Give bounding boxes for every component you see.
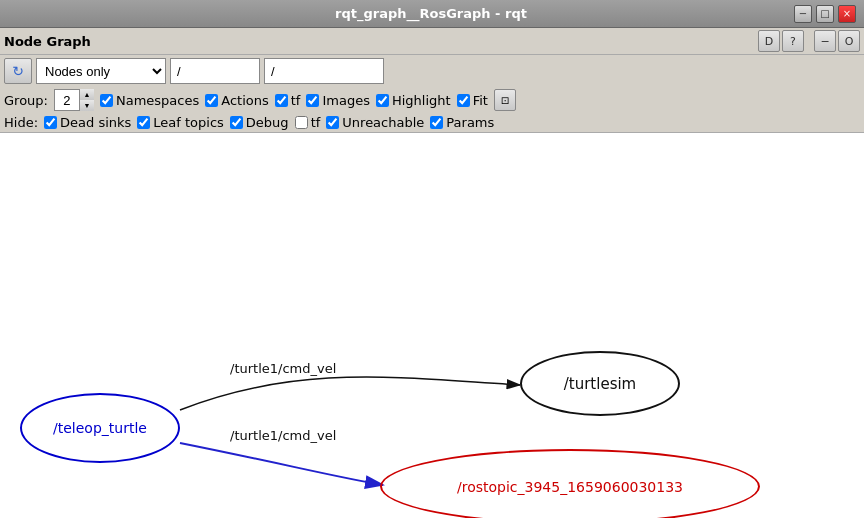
tf-hide-checkbox[interactable]: [295, 116, 308, 129]
tf-checkbox[interactable]: [275, 94, 288, 107]
highlight-checkbox[interactable]: [376, 94, 389, 107]
edge-teleop-rostopic: [180, 443, 383, 485]
unreachable-label: Unreachable: [342, 115, 424, 130]
menu-right-buttons: D ? − O: [758, 30, 860, 52]
debug-label: Debug: [246, 115, 289, 130]
node-teleop-turtle-label: /teleop_turtle: [53, 420, 147, 436]
node-turtlesim-label: /turtlesim: [564, 375, 636, 393]
unreachable-checkbox[interactable]: [326, 116, 339, 129]
group-spinbox-input[interactable]: [55, 93, 79, 108]
maximize-button[interactable]: □: [816, 5, 834, 23]
toolbar-row3: Hide: Dead sinks Leaf topics Debug tf Un…: [0, 113, 864, 133]
fit-checkbox[interactable]: [457, 94, 470, 107]
dead-sinks-checkbox[interactable]: [44, 116, 57, 129]
fit-checkbox-group: Fit: [457, 93, 488, 108]
spinbox-down[interactable]: ▼: [80, 100, 94, 111]
toolbar-row2: Group: ▲ ▼ Namespaces Actions tf Images …: [0, 87, 864, 113]
node-turtlesim[interactable]: /turtlesim: [520, 351, 680, 416]
menu-bar: Node Graph D ? − O: [0, 28, 864, 55]
edge-teleop-turtlesim: [180, 377, 520, 410]
settings-button[interactable]: ⊡: [494, 89, 516, 111]
refresh-button[interactable]: ↻: [4, 58, 32, 84]
minimize-button[interactable]: −: [794, 5, 812, 23]
params-checkbox[interactable]: [430, 116, 443, 129]
tf-hide-checkbox-group: tf: [295, 115, 321, 130]
app-window: Node Graph D ? − O ↻ Nodes only Nodes/To…: [0, 28, 864, 518]
close-app-button[interactable]: O: [838, 30, 860, 52]
node-rostopic-label: /rostopic_3945_1659060030133: [457, 479, 683, 495]
unreachable-checkbox-group: Unreachable: [326, 115, 424, 130]
tf-hide-label: tf: [311, 115, 321, 130]
tf-checkbox-group: tf: [275, 93, 301, 108]
node-teleop-turtle[interactable]: /teleop_turtle: [20, 393, 180, 463]
graph-area: /turtle1/cmd_vel /turtle1/cmd_vel /teleo…: [0, 133, 864, 518]
debug-checkbox[interactable]: [230, 116, 243, 129]
dead-sinks-checkbox-group: Dead sinks: [44, 115, 131, 130]
fit-label: Fit: [473, 93, 488, 108]
actions-label: Actions: [221, 93, 269, 108]
view-mode-dropdown[interactable]: Nodes only Nodes/Topics (all) Nodes/Topi…: [36, 58, 166, 84]
leaf-topics-checkbox[interactable]: [137, 116, 150, 129]
window-title: rqt_graph__RosGraph - rqt: [68, 6, 794, 21]
actions-checkbox-group: Actions: [205, 93, 269, 108]
edge-label-1: /turtle1/cmd_vel: [230, 361, 336, 376]
params-label: Params: [446, 115, 494, 130]
hide-label: Hide:: [4, 115, 38, 130]
group-spinbox[interactable]: ▲ ▼: [54, 89, 94, 111]
images-checkbox[interactable]: [306, 94, 319, 107]
node-rostopic[interactable]: /rostopic_3945_1659060030133: [380, 449, 760, 518]
dash-button[interactable]: −: [814, 30, 836, 52]
leaf-topics-checkbox-group: Leaf topics: [137, 115, 224, 130]
spinbox-arrows: ▲ ▼: [79, 89, 94, 111]
help-question-button[interactable]: ?: [782, 30, 804, 52]
close-button[interactable]: ×: [838, 5, 856, 23]
params-checkbox-group: Params: [430, 115, 494, 130]
namespaces-checkbox-group: Namespaces: [100, 93, 199, 108]
tf-label: tf: [291, 93, 301, 108]
leaf-topics-label: Leaf topics: [153, 115, 224, 130]
namespaces-label: Namespaces: [116, 93, 199, 108]
group-label: Group:: [4, 93, 48, 108]
help-d-button[interactable]: D: [758, 30, 780, 52]
window-controls: − □ ×: [794, 5, 856, 23]
namespaces-checkbox[interactable]: [100, 94, 113, 107]
highlight-label: Highlight: [392, 93, 451, 108]
title-bar: rqt_graph__RosGraph - rqt − □ ×: [0, 0, 864, 28]
filter-input2[interactable]: [264, 58, 384, 84]
highlight-checkbox-group: Highlight: [376, 93, 451, 108]
filter-input1[interactable]: [170, 58, 260, 84]
actions-checkbox[interactable]: [205, 94, 218, 107]
dead-sinks-label: Dead sinks: [60, 115, 131, 130]
spinbox-up[interactable]: ▲: [80, 89, 94, 100]
toolbar-row1: ↻ Nodes only Nodes/Topics (all) Nodes/To…: [0, 55, 864, 87]
images-label: Images: [322, 93, 370, 108]
images-checkbox-group: Images: [306, 93, 370, 108]
edge-label-2: /turtle1/cmd_vel: [230, 428, 336, 443]
app-title: Node Graph: [4, 34, 91, 49]
debug-checkbox-group: Debug: [230, 115, 289, 130]
